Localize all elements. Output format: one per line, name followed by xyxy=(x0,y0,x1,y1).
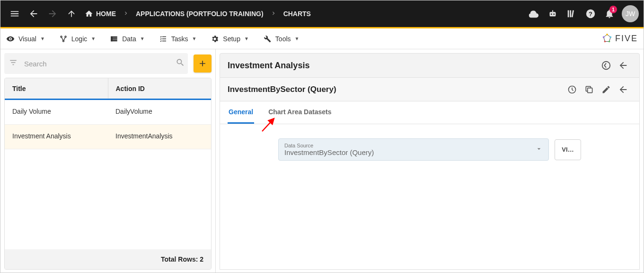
back-arrow-icon[interactable] xyxy=(615,57,632,74)
breadcrumb-label: APPLICATIONS (PORTFOLIO TRAINING) xyxy=(136,10,264,18)
search-icon[interactable] xyxy=(176,58,185,69)
view-button[interactable]: VI… xyxy=(555,139,581,160)
history-icon[interactable] xyxy=(564,81,581,98)
breadcrumb-applications[interactable]: APPLICATIONS (PORTFOLIO TRAINING) xyxy=(132,10,267,18)
column-title[interactable]: Title xyxy=(5,78,108,99)
library-icon[interactable] xyxy=(562,4,581,23)
add-button[interactable] xyxy=(194,55,212,73)
svg-point-2 xyxy=(551,14,552,15)
svg-rect-6 xyxy=(570,10,571,18)
filter-icon[interactable] xyxy=(9,58,18,69)
chevron-down-icon xyxy=(535,145,543,155)
hamburger-icon[interactable] xyxy=(5,4,24,23)
chevron-right-icon xyxy=(123,10,129,18)
menu-tasks[interactable]: Tasks▼ xyxy=(159,35,197,43)
table-header: Title Action ID xyxy=(5,78,211,100)
breadcrumb-charts[interactable]: CHARTS xyxy=(280,10,315,18)
svg-point-13 xyxy=(62,40,64,42)
field-value: InvestmentBySector (Query) xyxy=(284,148,529,156)
svg-rect-5 xyxy=(568,10,569,18)
revert-icon[interactable] xyxy=(598,57,615,74)
svg-point-17 xyxy=(609,36,611,38)
copy-icon[interactable] xyxy=(581,81,598,98)
breadcrumb-home[interactable]: HOME xyxy=(81,9,120,18)
breadcrumb-label: CHARTS xyxy=(283,10,311,18)
svg-rect-23 xyxy=(588,88,592,92)
topbar: HOME APPLICATIONS (PORTFOLIO TRAINING) C… xyxy=(0,0,644,27)
svg-point-12 xyxy=(65,36,66,37)
left-panel: Title Action ID Daily Volume DailyVolume… xyxy=(0,49,216,273)
menu-data[interactable]: Data▼ xyxy=(110,35,144,43)
edit-icon[interactable] xyxy=(598,81,615,98)
detail-header: Investment Analysis xyxy=(220,53,640,78)
breadcrumb-label: HOME xyxy=(96,10,116,18)
notification-badge: 1 xyxy=(609,6,617,13)
column-action-id[interactable]: Action ID xyxy=(108,78,212,99)
robot-icon[interactable] xyxy=(543,4,562,23)
search-input[interactable] xyxy=(21,60,172,68)
back-arrow-icon[interactable] xyxy=(615,81,632,98)
detail-body: Data Source InvestmentBySector (Query) V… xyxy=(220,124,640,270)
table-footer: Total Rows: 2 xyxy=(5,249,211,269)
svg-rect-4 xyxy=(552,10,553,12)
menu-visual[interactable]: Visual▼ xyxy=(6,35,45,43)
svg-point-11 xyxy=(61,36,62,37)
svg-point-10 xyxy=(10,38,11,39)
up-icon[interactable] xyxy=(62,4,81,23)
tab-general[interactable]: General xyxy=(228,101,254,124)
table-row[interactable]: Investment Analysis InvestmentAnalysis xyxy=(5,125,211,149)
svg-rect-14 xyxy=(111,36,113,41)
list-table: Title Action ID Daily Volume DailyVolume… xyxy=(4,78,212,270)
breadcrumb: HOME APPLICATIONS (PORTFOLIO TRAINING) C… xyxy=(81,9,315,18)
brand-logo: FIVE xyxy=(602,34,638,44)
detail-subtitle: InvestmentBySector (Query) xyxy=(228,85,336,94)
menu-setup[interactable]: Setup▼ xyxy=(211,35,249,43)
help-icon[interactable]: ? xyxy=(581,4,600,23)
avatar-initials: JW xyxy=(626,10,635,18)
search-row xyxy=(4,53,188,74)
right-panel: Investment Analysis InvestmentBySector (… xyxy=(216,49,644,273)
cloud-icon[interactable] xyxy=(524,4,543,23)
svg-point-18 xyxy=(609,40,610,42)
menu-tools[interactable]: Tools▼ xyxy=(263,35,300,43)
svg-point-21 xyxy=(602,62,610,70)
svg-rect-1 xyxy=(550,12,556,16)
back-icon[interactable] xyxy=(24,4,43,23)
avatar[interactable]: JW xyxy=(622,5,639,22)
svg-text:?: ? xyxy=(589,10,592,18)
field-label: Data Source xyxy=(284,143,529,148)
bell-icon[interactable]: 1 xyxy=(600,4,619,23)
svg-marker-15 xyxy=(604,34,611,41)
svg-point-16 xyxy=(606,34,608,36)
tabs: General Chart Area Datasets xyxy=(220,101,640,124)
forward-icon xyxy=(43,4,62,23)
tab-chart-area-datasets[interactable]: Chart Area Datasets xyxy=(267,101,332,124)
detail-subheader: InvestmentBySector (Query) xyxy=(220,78,640,101)
svg-point-20 xyxy=(603,36,605,38)
table-row[interactable]: Daily Volume DailyVolume xyxy=(5,100,211,125)
menubar: Visual▼ Logic▼ Data▼ Tasks▼ Setup▼ Tools… xyxy=(0,28,644,49)
data-source-select[interactable]: Data Source InvestmentBySector (Query) xyxy=(278,138,549,161)
svg-rect-7 xyxy=(572,10,574,18)
svg-point-3 xyxy=(553,14,555,15)
svg-point-0 xyxy=(533,13,535,15)
menu-logic[interactable]: Logic▼ xyxy=(59,35,96,43)
svg-point-19 xyxy=(604,40,606,42)
chevron-right-icon xyxy=(270,10,277,18)
detail-title: Investment Analysis xyxy=(228,61,309,71)
